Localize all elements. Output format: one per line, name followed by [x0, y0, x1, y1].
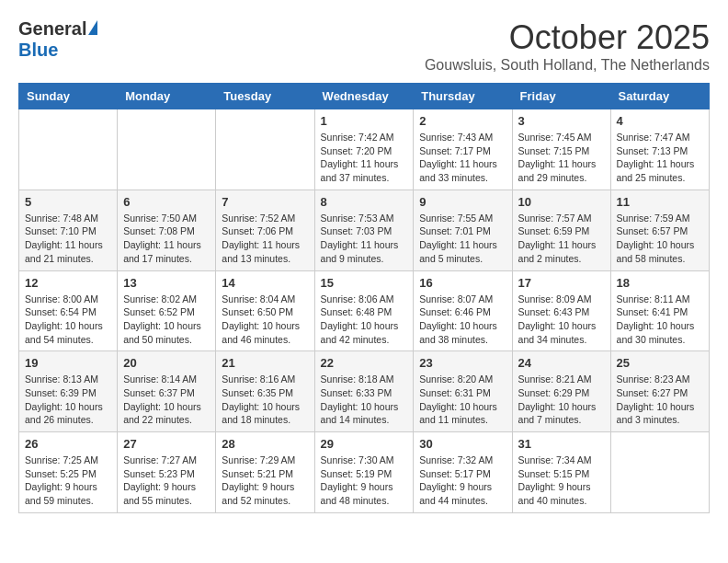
day-info: Sunrise: 7:43 AM Sunset: 7:17 PM Dayligh…: [419, 131, 506, 185]
day-number: 3: [518, 114, 605, 128]
weekday-header-sunday: Sunday: [19, 84, 118, 109]
calendar-cell: 28Sunrise: 7:29 AM Sunset: 5:21 PM Dayli…: [216, 432, 314, 513]
day-number: 29: [321, 437, 408, 451]
day-number: 18: [617, 276, 703, 290]
week-row-5: 26Sunrise: 7:25 AM Sunset: 5:25 PM Dayli…: [19, 432, 710, 513]
day-info: Sunrise: 7:32 AM Sunset: 5:17 PM Dayligh…: [419, 454, 506, 508]
day-info: Sunrise: 7:30 AM Sunset: 5:19 PM Dayligh…: [321, 454, 408, 508]
day-info: Sunrise: 8:06 AM Sunset: 6:48 PM Dayligh…: [321, 293, 408, 347]
day-number: 31: [518, 437, 605, 451]
day-info: Sunrise: 7:50 AM Sunset: 7:08 PM Dayligh…: [123, 212, 210, 266]
calendar-cell: 30Sunrise: 7:32 AM Sunset: 5:17 PM Dayli…: [414, 432, 512, 513]
day-info: Sunrise: 8:00 AM Sunset: 6:54 PM Dayligh…: [25, 293, 111, 347]
calendar-cell: 27Sunrise: 7:27 AM Sunset: 5:23 PM Dayli…: [118, 432, 216, 513]
day-info: Sunrise: 7:47 AM Sunset: 7:13 PM Dayligh…: [617, 131, 703, 185]
weekday-header-monday: Monday: [118, 84, 216, 109]
day-info: Sunrise: 8:09 AM Sunset: 6:43 PM Dayligh…: [518, 293, 605, 347]
calendar-cell: [610, 432, 709, 513]
day-number: 22: [321, 356, 408, 370]
day-number: 12: [25, 276, 111, 290]
weekday-header-row: SundayMondayTuesdayWednesdayThursdayFrid…: [19, 84, 710, 109]
day-info: Sunrise: 8:18 AM Sunset: 6:33 PM Dayligh…: [321, 373, 408, 427]
day-number: 30: [419, 437, 506, 451]
logo-blue-text: Blue: [18, 40, 58, 61]
logo-general-text: General: [18, 18, 86, 40]
calendar-cell: 1Sunrise: 7:42 AM Sunset: 7:20 PM Daylig…: [314, 109, 414, 190]
day-number: 9: [419, 195, 506, 209]
calendar-cell: 25Sunrise: 8:23 AM Sunset: 6:27 PM Dayli…: [610, 351, 709, 432]
day-number: 8: [321, 195, 408, 209]
day-info: Sunrise: 8:02 AM Sunset: 6:52 PM Dayligh…: [123, 293, 210, 347]
weekday-header-tuesday: Tuesday: [216, 84, 314, 109]
calendar-cell: 19Sunrise: 8:13 AM Sunset: 6:39 PM Dayli…: [19, 351, 118, 432]
subtitle: Gouwsluis, South Holland, The Netherland…: [425, 57, 710, 74]
day-number: 10: [518, 195, 605, 209]
calendar-cell: [118, 109, 216, 190]
calendar-cell: 2Sunrise: 7:43 AM Sunset: 7:17 PM Daylig…: [414, 109, 512, 190]
day-info: Sunrise: 8:16 AM Sunset: 6:35 PM Dayligh…: [222, 373, 308, 427]
day-number: 1: [321, 114, 408, 128]
day-number: 13: [123, 276, 210, 290]
day-number: 5: [25, 195, 111, 209]
calendar-cell: 10Sunrise: 7:57 AM Sunset: 6:59 PM Dayli…: [512, 190, 610, 270]
calendar-cell: 29Sunrise: 7:30 AM Sunset: 5:19 PM Dayli…: [314, 432, 414, 513]
calendar-cell: [216, 109, 314, 190]
day-number: 23: [419, 356, 506, 370]
calendar-cell: 5Sunrise: 7:48 AM Sunset: 7:10 PM Daylig…: [19, 190, 118, 270]
calendar-cell: 11Sunrise: 7:59 AM Sunset: 6:57 PM Dayli…: [610, 190, 709, 270]
logo-triangle-icon: [88, 20, 97, 35]
weekday-header-friday: Friday: [512, 84, 610, 109]
calendar-cell: 8Sunrise: 7:53 AM Sunset: 7:03 PM Daylig…: [314, 190, 414, 270]
calendar-cell: 17Sunrise: 8:09 AM Sunset: 6:43 PM Dayli…: [512, 270, 610, 351]
day-info: Sunrise: 7:45 AM Sunset: 7:15 PM Dayligh…: [518, 131, 605, 185]
calendar-table: SundayMondayTuesdayWednesdayThursdayFrid…: [18, 83, 710, 513]
day-number: 24: [518, 356, 605, 370]
day-number: 4: [617, 114, 703, 128]
day-info: Sunrise: 7:55 AM Sunset: 7:01 PM Dayligh…: [419, 212, 506, 266]
calendar-cell: 20Sunrise: 8:14 AM Sunset: 6:37 PM Dayli…: [118, 351, 216, 432]
day-number: 26: [25, 437, 111, 451]
day-number: 19: [25, 356, 111, 370]
day-info: Sunrise: 7:57 AM Sunset: 6:59 PM Dayligh…: [518, 212, 605, 266]
calendar-cell: 23Sunrise: 8:20 AM Sunset: 6:31 PM Dayli…: [414, 351, 512, 432]
calendar-cell: 31Sunrise: 7:34 AM Sunset: 5:15 PM Dayli…: [512, 432, 610, 513]
day-info: Sunrise: 7:42 AM Sunset: 7:20 PM Dayligh…: [321, 131, 408, 185]
day-number: 14: [222, 276, 308, 290]
day-info: Sunrise: 8:23 AM Sunset: 6:27 PM Dayligh…: [617, 373, 703, 427]
calendar-cell: 6Sunrise: 7:50 AM Sunset: 7:08 PM Daylig…: [118, 190, 216, 270]
day-info: Sunrise: 8:04 AM Sunset: 6:50 PM Dayligh…: [222, 293, 308, 347]
weekday-header-thursday: Thursday: [414, 84, 512, 109]
weekday-header-saturday: Saturday: [610, 84, 709, 109]
day-number: 20: [123, 356, 210, 370]
calendar-cell: 18Sunrise: 8:11 AM Sunset: 6:41 PM Dayli…: [610, 270, 709, 351]
day-info: Sunrise: 7:52 AM Sunset: 7:06 PM Dayligh…: [222, 212, 308, 266]
calendar-cell: 21Sunrise: 8:16 AM Sunset: 6:35 PM Dayli…: [216, 351, 314, 432]
day-info: Sunrise: 8:21 AM Sunset: 6:29 PM Dayligh…: [518, 373, 605, 427]
month-title: October 2025: [425, 18, 710, 57]
day-number: 27: [123, 437, 210, 451]
week-row-4: 19Sunrise: 8:13 AM Sunset: 6:39 PM Dayli…: [19, 351, 710, 432]
day-number: 15: [321, 276, 408, 290]
calendar-cell: 3Sunrise: 7:45 AM Sunset: 7:15 PM Daylig…: [512, 109, 610, 190]
calendar-cell: 4Sunrise: 7:47 AM Sunset: 7:13 PM Daylig…: [610, 109, 709, 190]
calendar-cell: 9Sunrise: 7:55 AM Sunset: 7:01 PM Daylig…: [414, 190, 512, 270]
day-info: Sunrise: 7:25 AM Sunset: 5:25 PM Dayligh…: [25, 454, 111, 508]
day-number: 17: [518, 276, 605, 290]
calendar-cell: [19, 109, 118, 190]
day-info: Sunrise: 8:13 AM Sunset: 6:39 PM Dayligh…: [25, 373, 111, 427]
week-row-1: 1Sunrise: 7:42 AM Sunset: 7:20 PM Daylig…: [19, 109, 710, 190]
calendar-cell: 22Sunrise: 8:18 AM Sunset: 6:33 PM Dayli…: [314, 351, 414, 432]
day-number: 11: [617, 195, 703, 209]
week-row-3: 12Sunrise: 8:00 AM Sunset: 6:54 PM Dayli…: [19, 270, 710, 351]
day-info: Sunrise: 8:11 AM Sunset: 6:41 PM Dayligh…: [617, 293, 703, 347]
day-info: Sunrise: 7:34 AM Sunset: 5:15 PM Dayligh…: [518, 454, 605, 508]
calendar-cell: 24Sunrise: 8:21 AM Sunset: 6:29 PM Dayli…: [512, 351, 610, 432]
day-number: 2: [419, 114, 506, 128]
page-header: General Blue October 2025 Gouwsluis, Sou…: [18, 18, 710, 74]
week-row-2: 5Sunrise: 7:48 AM Sunset: 7:10 PM Daylig…: [19, 190, 710, 270]
day-number: 16: [419, 276, 506, 290]
calendar-cell: 7Sunrise: 7:52 AM Sunset: 7:06 PM Daylig…: [216, 190, 314, 270]
title-block: October 2025 Gouwsluis, South Holland, T…: [425, 18, 710, 74]
calendar-cell: 16Sunrise: 8:07 AM Sunset: 6:46 PM Dayli…: [414, 270, 512, 351]
logo: General Blue: [18, 18, 97, 61]
